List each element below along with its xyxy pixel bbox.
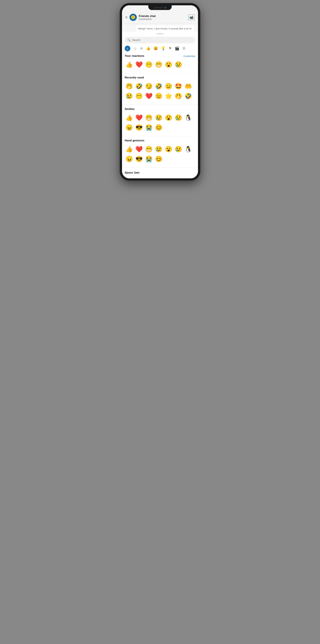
- hand-emoji-4[interactable]: 😢: [154, 144, 163, 154]
- divider-1: [122, 73, 198, 73]
- sheet-handle: [122, 32, 198, 35]
- avatar: 🙂: [130, 14, 137, 21]
- your-reactions-grid: 👍 ❤️ 😶 😁 😮 😢: [125, 60, 195, 69]
- hand-emoji-5[interactable]: 😮: [164, 144, 173, 154]
- search-container: 🔍: [122, 35, 198, 46]
- hand-gestures-header: Hand gestures: [125, 138, 195, 143]
- phone-notch: [148, 5, 172, 10]
- chat-name: Friends chat: [139, 14, 156, 18]
- chat-header-left: < 🙂 Friends chat 8 participants: [125, 14, 156, 21]
- your-reactions-section: Your reactions Customise 👍 ❤️ 😶 😁 😮 😢: [122, 54, 198, 72]
- space-jam-title: Space Jam: [125, 171, 140, 174]
- smilies-emoji-1[interactable]: 👍: [125, 113, 134, 122]
- recent-emoji-13[interactable]: 🤭: [174, 92, 183, 100]
- reaction-emoji-2[interactable]: ❤️: [135, 60, 144, 69]
- recent-emoji-1[interactable]: 🤭: [125, 82, 134, 91]
- tab-flags[interactable]: ⚑: [168, 46, 172, 51]
- tab-activity[interactable]: ≋: [140, 46, 143, 51]
- hand-gestures-section: Hand gestures 👍 ❤️ 😁 😢 😮 😢 🐧 😠 😎 😭 😊: [122, 138, 198, 166]
- divider-2: [122, 104, 198, 105]
- reaction-emoji-5[interactable]: 😮: [164, 60, 173, 69]
- recent-emoji-3[interactable]: 😏: [144, 82, 154, 91]
- recently-used-header: Recently used: [125, 75, 195, 80]
- back-button[interactable]: <: [125, 15, 128, 20]
- hand-emoji-11[interactable]: 😊: [154, 154, 163, 164]
- participants-count: 8 participants: [139, 18, 156, 20]
- tab-recent[interactable]: L: [125, 46, 130, 51]
- hand-emoji-10[interactable]: 😭: [144, 154, 154, 164]
- your-reactions-header: Your reactions Customise: [125, 54, 195, 58]
- smilies-title: Smilies: [125, 108, 135, 111]
- smilies-emoji-10[interactable]: 😭: [144, 123, 154, 132]
- message-preview-area: hiking? Hmm, I don't know. It sounds lik…: [122, 24, 198, 32]
- hand-gestures-grid: 👍 ❤️ 😁 😢 😮 😢 🐧 😠 😎 😭 😊: [125, 144, 195, 164]
- smilies-emoji-7[interactable]: 🐧: [184, 113, 193, 122]
- recently-used-section: Recently used 🤭 🤣 😏 🤣 😑 🤩 🤲 😢 😶 ❤️ 😑 🌟 🤭: [122, 75, 198, 104]
- recent-emoji-8[interactable]: 😢: [125, 92, 134, 100]
- phone-frame: < 🙂 Friends chat 8 participants 📹 hiking…: [120, 3, 200, 180]
- hand-emoji-6[interactable]: 😢: [174, 144, 183, 154]
- tab-smileys[interactable]: ☺: [133, 46, 137, 51]
- message-bubble: hiking? Hmm, I don't know. It sounds lik…: [136, 26, 195, 32]
- customise-button[interactable]: Customise: [183, 54, 195, 58]
- space-jam-section: Space Jam: [122, 170, 198, 178]
- tab-faces[interactable]: 😄: [154, 46, 158, 51]
- divider-3: [122, 136, 198, 136]
- search-icon: 🔍: [127, 38, 131, 42]
- notch-camera: [164, 7, 166, 9]
- smilies-grid: 👍 ❤️ 😁 😢 😮 😢 🐧 😠 😎 😭 😊: [125, 113, 195, 132]
- smilies-emoji-5[interactable]: 😮: [164, 113, 173, 122]
- tab-media[interactable]: 🎬: [175, 46, 179, 51]
- smilies-header: Smilies: [125, 107, 195, 112]
- smilies-emoji-8[interactable]: 😠: [125, 123, 134, 132]
- emoji-bottom-sheet: 🔍 L ☺ ≋ 👍 😄 💡 ⚑ 🎬 ⚙ Your reactions: [122, 32, 198, 178]
- recent-emoji-10[interactable]: ❤️: [144, 92, 154, 100]
- tab-objects[interactable]: 💡: [161, 46, 165, 51]
- hand-emoji-8[interactable]: 😠: [125, 154, 134, 164]
- hand-emoji-7[interactable]: 🐧: [184, 144, 193, 154]
- recent-emoji-7[interactable]: 🤲: [184, 82, 193, 91]
- smilies-emoji-3[interactable]: 😁: [144, 113, 154, 122]
- your-reactions-title: Your reactions: [125, 54, 144, 58]
- smilies-emoji-2[interactable]: ❤️: [135, 113, 144, 122]
- reaction-emoji-6[interactable]: 😢: [174, 60, 183, 69]
- recent-emoji-4[interactable]: 🤣: [154, 82, 163, 91]
- recent-emoji-11[interactable]: 😑: [154, 92, 163, 100]
- smilies-emoji-11[interactable]: 😊: [154, 123, 163, 132]
- hand-gestures-title: Hand gestures: [125, 139, 144, 142]
- category-tabs: L ☺ ≋ 👍 😄 💡 ⚑ 🎬 ⚙: [122, 46, 198, 54]
- smilies-emoji-4[interactable]: 😢: [154, 113, 163, 122]
- space-jam-header: Space Jam: [125, 170, 195, 175]
- hand-emoji-1[interactable]: 👍: [125, 144, 134, 154]
- tab-hand[interactable]: 👍: [146, 46, 151, 51]
- recent-emoji-12[interactable]: 🌟: [164, 92, 173, 100]
- recent-emoji-5[interactable]: 😑: [164, 82, 173, 91]
- smilies-section: Smilies 👍 ❤️ 😁 😢 😮 😢 🐧 😠 😎 😭 😊: [122, 107, 198, 135]
- tab-settings[interactable]: ⚙: [182, 46, 186, 51]
- search-bar[interactable]: 🔍: [125, 37, 195, 43]
- hand-emoji-3[interactable]: 😁: [144, 144, 154, 154]
- hand-emoji-2[interactable]: ❤️: [135, 144, 144, 154]
- notch-bar: [154, 7, 163, 8]
- chat-info: Friends chat 8 participants: [139, 14, 156, 20]
- divider-4: [122, 168, 198, 168]
- recent-emoji-9[interactable]: 😶: [135, 92, 144, 100]
- recent-emoji-6[interactable]: 🤩: [174, 82, 183, 91]
- search-input[interactable]: [132, 39, 193, 42]
- recent-emoji-14[interactable]: 🤣: [184, 92, 193, 100]
- handle-bar: [157, 33, 163, 34]
- recently-used-title: Recently used: [125, 76, 144, 79]
- recently-used-grid: 🤭 🤣 😏 🤣 😑 🤩 🤲 😢 😶 ❤️ 😑 🌟 🤭 🤣: [125, 82, 195, 100]
- hand-emoji-9[interactable]: 😎: [135, 154, 144, 164]
- smilies-emoji-9[interactable]: 😎: [135, 123, 144, 132]
- recent-emoji-2[interactable]: 🤣: [135, 82, 144, 91]
- video-call-button[interactable]: 📹: [188, 14, 195, 20]
- phone-screen: < 🙂 Friends chat 8 participants 📹 hiking…: [122, 5, 198, 178]
- reaction-emoji-4[interactable]: 😁: [154, 60, 163, 69]
- reaction-emoji-1[interactable]: 👍: [125, 60, 134, 69]
- avatar-emoji: 🙂: [131, 15, 135, 20]
- reaction-emoji-3[interactable]: 😶: [144, 60, 154, 69]
- smilies-emoji-6[interactable]: 😢: [174, 113, 183, 122]
